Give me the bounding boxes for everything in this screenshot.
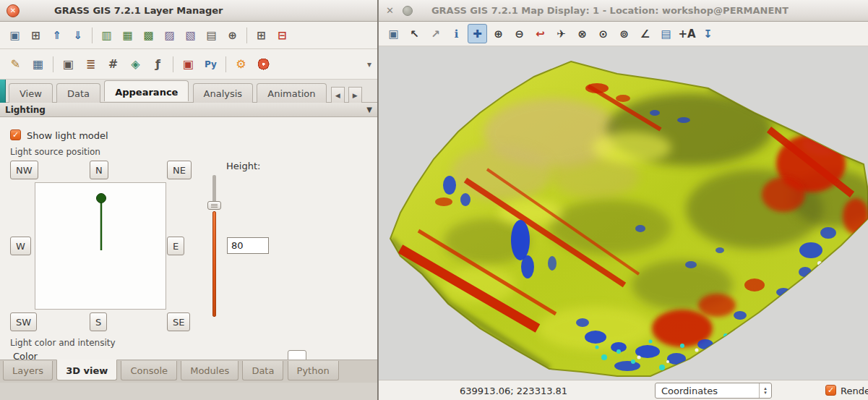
settings-icon[interactable]: ⚙ [231, 54, 252, 75]
script-icon[interactable]: ƒ [147, 54, 168, 75]
save-workspace-icon[interactable]: ⇓ [68, 25, 87, 45]
notebook-tabbar: View Data Appearance Analysis Animation … [0, 80, 377, 103]
delete-layer-icon[interactable]: ⊟ [272, 25, 292, 45]
console-icon[interactable]: ▣ [178, 54, 199, 75]
bottom-tab-python[interactable]: Python [288, 361, 339, 380]
light-direction-nw-button[interactable]: NW [10, 161, 38, 179]
light-direction-s-button[interactable]: S [90, 312, 107, 331]
new-workspace-icon[interactable]: ⊞ [26, 25, 46, 45]
open-workspace-icon[interactable]: ⇑ [47, 25, 66, 45]
lighting-section-header[interactable]: Lighting ▼ [0, 103, 377, 117]
layer-manager-toolbar-2: ✎▦▣≣#◈ƒ▣Py⚙ [0, 49, 377, 80]
attribute-table-icon[interactable]: ▦ [27, 54, 48, 75]
query-icon[interactable]: ℹ [447, 24, 466, 43]
window-control-icon[interactable] [403, 6, 413, 16]
layer-manager-titlebar: ✕ GRASS GIS 7.2.1 Layer Manager [0, 0, 377, 22]
tab-view[interactable]: View [9, 83, 53, 103]
toolbar-separator [173, 56, 173, 72]
light-direction-w-button[interactable]: W [10, 237, 31, 255]
bottom-tab-layers[interactable]: Layers [3, 361, 53, 380]
python-icon[interactable]: Py [200, 54, 221, 75]
zoom-menu-icon[interactable]: ⊚ [614, 24, 634, 43]
height-slider-track[interactable] [212, 175, 216, 203]
add-vector-layer-icon[interactable]: ▩ [139, 25, 158, 45]
map-display-icon[interactable]: ▣ [58, 54, 79, 75]
bottom-tab-data[interactable]: Data [242, 361, 283, 380]
map-display-title: GRASS GIS 7.2.1 Map Display: 1 - Locatio… [431, 5, 788, 16]
height-input[interactable] [227, 237, 269, 254]
render-label: Render [841, 386, 868, 396]
light-position-pad[interactable] [35, 182, 166, 310]
zoom-out-icon[interactable]: ⊖ [510, 24, 529, 43]
help-icon[interactable] [253, 54, 274, 75]
color-label: Color [13, 351, 38, 359]
zoom-region-icon[interactable]: ⊙ [593, 24, 613, 43]
zoom-in-icon[interactable]: ⊕ [489, 24, 508, 43]
close-button[interactable]: ✕ [7, 4, 20, 17]
add-raster-layer-icon[interactable]: ▦ [118, 25, 137, 45]
height-label: Height: [226, 161, 260, 171]
close-icon[interactable]: ✕ [386, 5, 394, 16]
graphical-modeler-icon[interactable]: ◈ [125, 54, 146, 75]
statusbar-mode-select[interactable]: Coordinates ▴ ▾ [655, 383, 772, 399]
light-direction-ne-button[interactable]: NE [167, 161, 192, 179]
height-slider-fill[interactable] [212, 211, 216, 317]
bottom-tab-3d-view[interactable]: 3D view [56, 359, 117, 380]
pan-icon[interactable]: ✚ [468, 24, 487, 43]
map-display-toolbar: ▣↖↗ℹ✚⊕⊖↩✈⊗⊙⊚∠▤+A↧ [379, 22, 868, 46]
add-text-icon[interactable]: +A [677, 24, 697, 43]
zoom-extent-icon[interactable]: ⊗ [572, 24, 592, 43]
height-slider-handle[interactable] [207, 201, 221, 210]
toolbar-separator [92, 27, 93, 43]
tab-data[interactable]: Data [56, 83, 100, 103]
bottom-tab-modules[interactable]: Modules [181, 361, 239, 380]
georectifier-icon[interactable]: # [103, 54, 124, 75]
add-command-layer-icon[interactable]: ⊞ [252, 25, 271, 45]
terrain-3d-view[interactable] [379, 46, 868, 380]
layer-manager-toolbar-1: ▣⊞⇑⇓▥▦▩▨▧▤⊕⊞⊟ [0, 22, 377, 49]
raster-calculator-icon[interactable]: ≣ [80, 54, 101, 75]
map-display-titlebar: ✕ GRASS GIS 7.2.1 Map Display: 1 - Locat… [379, 0, 868, 22]
select-icon[interactable]: ↗ [426, 24, 445, 43]
mode-select-value: Coordinates [661, 386, 718, 396]
tab-scroll-right-icon[interactable]: ▶ [348, 87, 362, 104]
notebook-accent [0, 80, 6, 103]
add-layer-group-icon[interactable]: ▤ [202, 25, 221, 45]
tab-scroll-left-icon[interactable]: ◀ [331, 87, 345, 104]
light-direction-n-button[interactable]: N [90, 161, 108, 179]
tab-animation[interactable]: Animation [257, 83, 326, 103]
toolbar-separator [246, 27, 247, 43]
analyze-icon[interactable]: ∠ [635, 24, 655, 43]
tab-appearance[interactable]: Appearance [104, 80, 189, 101]
show-light-model-checkbox[interactable] [10, 129, 21, 140]
toolbar-overflow-icon[interactable]: ▾ [367, 59, 371, 69]
light-position-pin[interactable] [35, 183, 166, 309]
fly-through-icon[interactable]: ✈ [551, 24, 571, 43]
add-vector-map-icon[interactable]: ▧ [181, 25, 200, 45]
toolbar-separator [225, 56, 226, 72]
coordinates-readout: 639913.06; 223313.81 [460, 386, 567, 396]
render-display-icon[interactable]: ▣ [384, 24, 403, 43]
light-direction-se-button[interactable]: SE [167, 312, 190, 331]
new-map-display-icon[interactable]: ▣ [5, 25, 25, 45]
render-checkbox[interactable] [825, 385, 836, 396]
edit-vector-icon[interactable]: ✎ [5, 54, 26, 75]
map-display-statusbar: 639913.06; 223313.81 Coordinates ▴ ▾ Ren… [379, 380, 868, 400]
tab-analysis[interactable]: Analysis [193, 83, 254, 103]
add-raster-map-icon[interactable]: ▨ [160, 25, 179, 45]
spinner-icon[interactable]: ▴ ▾ [759, 383, 771, 398]
overlay-icon[interactable]: ▤ [656, 24, 676, 43]
add-multiple-layers-icon[interactable]: ▥ [97, 25, 116, 45]
export-map-icon[interactable]: ↧ [698, 24, 718, 43]
zoom-last-icon[interactable]: ↩ [530, 24, 550, 43]
layer-manager-title: GRASS GIS 7.2.1 Layer Manager [54, 5, 223, 16]
add-web-service-layer-icon[interactable]: ⊕ [223, 25, 242, 45]
color-swatch-button[interactable] [288, 350, 306, 359]
map-canvas[interactable] [379, 46, 868, 380]
spinner-down-icon[interactable]: ▾ [764, 391, 767, 395]
collapse-icon[interactable]: ▼ [366, 106, 372, 114]
bottom-tab-console[interactable]: Console [121, 361, 177, 380]
light-direction-sw-button[interactable]: SW [10, 312, 37, 331]
pointer-icon[interactable]: ↖ [405, 24, 424, 43]
light-direction-e-button[interactable]: E [167, 237, 184, 255]
